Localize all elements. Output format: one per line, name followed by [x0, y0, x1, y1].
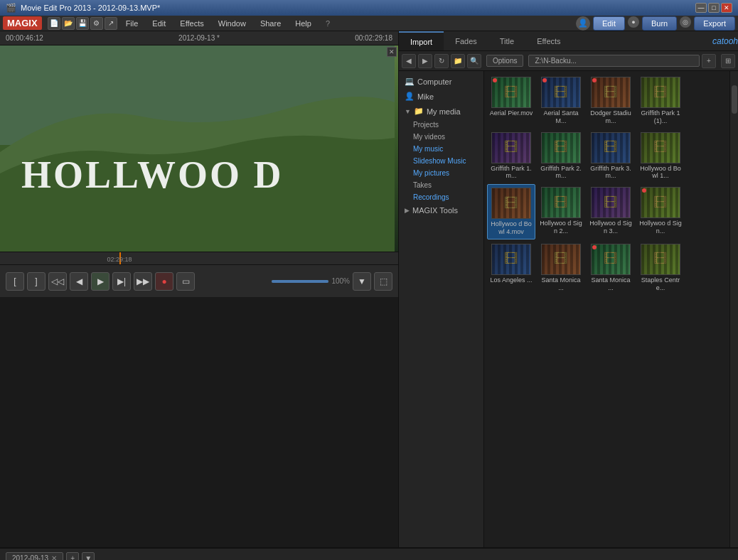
file-item[interactable]: 🎞 Hollywoo d Sign 2...: [537, 184, 585, 239]
refresh-button[interactable]: ↻: [434, 54, 449, 68]
file-item-selected[interactable]: 🎞 Hollywoo d Bowl 4.mov: [487, 184, 535, 239]
tree-item-computer[interactable]: 💻 Computer: [399, 74, 483, 89]
folder-tree: 💻 Computer 👤 Mike ▼ 📁 My media Projects …: [399, 71, 484, 547]
file-thumbnail: 🎞: [491, 244, 531, 275]
tree-item-my-videos[interactable]: My videos: [399, 131, 483, 143]
file-item[interactable]: 🎞 Dodger Stadium...: [587, 74, 635, 128]
record-button[interactable]: ●: [155, 272, 173, 291]
magix-tools-arrow-icon: ▶: [405, 207, 410, 214]
tree-item-my-music[interactable]: My music: [399, 143, 483, 155]
folder-icon: 📁: [414, 107, 424, 116]
computer-icon: 💻: [405, 77, 415, 86]
file-thumbnail: 🎞: [591, 77, 631, 108]
file-item[interactable]: 🎞 Santa Monica ...: [587, 241, 635, 295]
file-thumbnail: 🎞: [541, 132, 581, 163]
path-dropdown[interactable]: Z:\N-Backu...: [528, 55, 700, 67]
open-icon[interactable]: 📂: [62, 17, 75, 30]
tab-effects[interactable]: Effects: [525, 31, 572, 50]
tree-item-my-pictures[interactable]: My pictures: [399, 167, 483, 179]
prev-frame-button[interactable]: ◁◁: [48, 272, 67, 291]
scroll-thumb[interactable]: [732, 85, 737, 114]
burn-button[interactable]: Burn: [642, 16, 677, 31]
add-button[interactable]: +: [702, 54, 716, 68]
file-item[interactable]: 🎞 Griffith Park 3.m...: [587, 129, 635, 183]
zoom-dropdown[interactable]: ▼: [353, 272, 371, 291]
file-item[interactable]: 🎞 Griffith Park 1(1)...: [636, 74, 685, 128]
menu-window[interactable]: Window: [215, 18, 249, 29]
preview-close-icon[interactable]: ✕: [387, 47, 397, 57]
volume-slider[interactable]: [272, 280, 328, 283]
expand-button[interactable]: ⬚: [374, 272, 392, 291]
new-icon[interactable]: 📄: [48, 17, 60, 30]
forward-button[interactable]: ▶: [418, 54, 432, 68]
file-thumbnail: 🎞: [541, 187, 581, 218]
menu-file[interactable]: File: [123, 18, 141, 29]
catooh-logo: catooh: [712, 36, 738, 46]
options-dropdown[interactable]: Options: [486, 55, 523, 67]
play-button[interactable]: ▶: [91, 272, 109, 291]
file-name: Dodger Stadium...: [588, 109, 633, 125]
tree-item-slideshow-music[interactable]: Slideshow Music: [399, 155, 483, 167]
back-button[interactable]: ◀: [402, 54, 416, 68]
tree-item-recordings[interactable]: Recordings: [399, 191, 483, 203]
add-timeline-button[interactable]: +: [66, 552, 79, 561]
export-button[interactable]: Export: [694, 16, 735, 31]
timeline-tab-close[interactable]: ✕: [51, 554, 57, 560]
close-button[interactable]: ✕: [721, 3, 732, 13]
file-item[interactable]: 🎞 Hollywoo d Sign...: [636, 184, 685, 239]
file-item[interactable]: 🎞 Staples Centre...: [636, 241, 685, 295]
pointer-icon[interactable]: ↗: [105, 17, 117, 30]
tab-fades[interactable]: Fades: [444, 31, 488, 50]
next-frame-button[interactable]: ▶▶: [134, 272, 152, 291]
menu-bar: File Edit Effects Window Share Help ?: [123, 18, 333, 29]
mini-timeline[interactable]: 02:29:18: [0, 252, 398, 264]
file-item[interactable]: 🎞 Los Angeles ...: [487, 241, 535, 295]
file-item[interactable]: 🎞 Santa Monica ...: [537, 241, 585, 295]
menu-extra[interactable]: ?: [323, 18, 333, 29]
tab-import[interactable]: Import: [399, 31, 444, 50]
search-button[interactable]: 🔍: [467, 54, 481, 68]
file-name: Griffith Park 1(1)...: [638, 109, 683, 125]
tab-title[interactable]: Title: [488, 31, 525, 50]
maximize-button[interactable]: □: [708, 3, 720, 13]
grid-view-button[interactable]: ⊞: [721, 54, 735, 68]
file-item[interactable]: 🎞 Aerial Santa M...: [537, 74, 585, 128]
edit-button[interactable]: Edit: [593, 16, 625, 31]
tree-item-my-media[interactable]: ▼ 📁 My media: [399, 104, 483, 119]
minimize-button[interactable]: —: [695, 3, 707, 13]
save-icon[interactable]: 💾: [76, 17, 89, 30]
timeline-tab[interactable]: 2012-09-13 ✕: [6, 552, 63, 560]
tree-item-mike[interactable]: 👤 Mike: [399, 89, 483, 104]
red-indicator: [493, 78, 497, 82]
settings-icon[interactable]: ⚙: [90, 17, 103, 30]
menu-effects[interactable]: Effects: [177, 18, 206, 29]
folder-up-button[interactable]: 📁: [451, 54, 465, 68]
file-name: Hollywoo d Sign 3...: [588, 220, 633, 235]
file-item[interactable]: 🎞 Griffith Park 2.m...: [537, 129, 585, 183]
tree-item-magix-tools[interactable]: ▶ MAGIX Tools: [399, 203, 483, 217]
next-button[interactable]: ▶|: [112, 272, 131, 291]
mark-in-button[interactable]: [: [6, 272, 24, 291]
preview-panel: 00:00:46:12 2012-09-13 * 00:02:29:18: [0, 31, 398, 547]
file-item[interactable]: 🎞 Hollywoo d Sign 3...: [587, 184, 635, 239]
prev-button[interactable]: ◀: [70, 272, 88, 291]
mark-out-button[interactable]: ]: [27, 272, 46, 291]
tree-item-takes[interactable]: Takes: [399, 179, 483, 191]
red-indicator: [592, 245, 597, 249]
menu-edit[interactable]: Edit: [149, 18, 169, 29]
file-item[interactable]: 🎞 Griffith Park 1.m...: [487, 129, 535, 183]
file-thumbnail: 🎞: [591, 132, 631, 163]
menu-share[interactable]: Share: [257, 18, 284, 29]
video-preview[interactable]: HOLLWOO D ✕: [0, 45, 398, 252]
snapshot-button[interactable]: ▭: [176, 272, 195, 291]
toolbar-icons: 📄 📂 💾 ⚙ ↗: [48, 17, 117, 30]
timeline-menu-button[interactable]: ▼: [82, 552, 95, 561]
file-thumbnail: 🎞: [641, 244, 680, 275]
browser-content: 💻 Computer 👤 Mike ▼ 📁 My media Projects …: [399, 71, 738, 547]
file-thumbnail: 🎞: [591, 187, 631, 218]
tree-item-projects[interactable]: Projects: [399, 119, 483, 131]
menu-help[interactable]: Help: [292, 18, 314, 29]
file-item[interactable]: 🎞 Aerial Pier.mov: [487, 74, 535, 128]
file-item[interactable]: 🎞 Hollywoo d Bowl 1...: [636, 129, 685, 183]
browser-scrollbar[interactable]: [729, 71, 738, 547]
